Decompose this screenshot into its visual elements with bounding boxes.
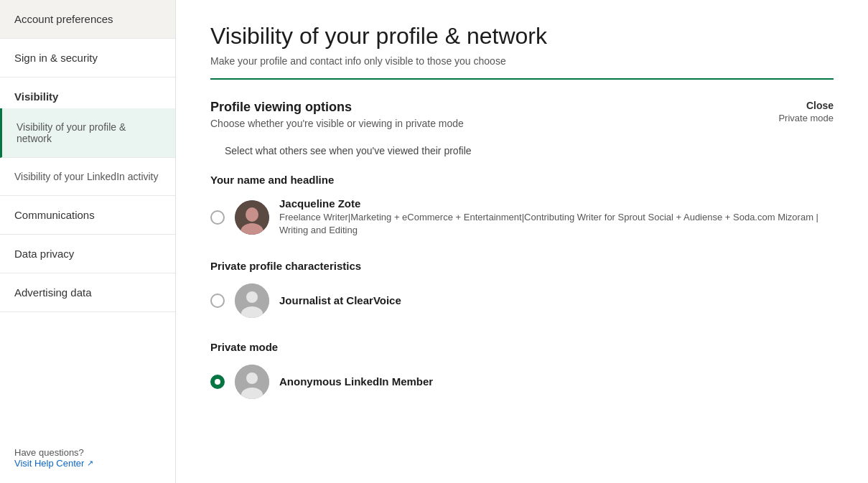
option-group-private-mode: Private mode Anonymous LinkedIn Member [210,341,834,399]
sidebar-item-visibility-linkedin-activity[interactable]: Visibility of your LinkedIn activity [0,158,175,196]
option-group-title-name-headline: Your name and headline [210,174,834,186]
close-area: Close Private mode [778,100,834,124]
close-label[interactable]: Close [778,100,834,111]
avatar-generic-journalist [235,283,269,318]
help-question-text: Have questions? [14,447,84,458]
radio-private-characteristics[interactable] [210,294,225,308]
section-header-row: Profile viewing options Choose whether y… [210,100,834,133]
radio-private-mode[interactable] [210,375,225,389]
sidebar-item-communications[interactable]: Communications [0,196,175,235]
svg-point-4 [246,291,258,303]
visit-help-center-link[interactable]: Visit Help Center ↗ [14,458,161,469]
sidebar-item-visibility-profile-network[interactable]: Visibility of your profile & network [0,108,175,158]
main-content: Visibility of your profile & network Mak… [176,0,868,483]
option-name-anonymous: Anonymous LinkedIn Member [279,375,834,388]
sidebar-item-data-privacy[interactable]: Data privacy [0,235,175,273]
section-title-area: Profile viewing options Choose whether y… [210,100,464,133]
sidebar-item-sign-in-security[interactable]: Sign in & security [0,39,175,78]
avatar-anonymous [235,365,269,399]
sidebar-item-account-preferences[interactable]: Account preferences [0,0,175,39]
option-group-title-private-mode: Private mode [210,341,834,353]
option-row-private-mode: Anonymous LinkedIn Member [210,365,834,399]
sidebar: Account preferences Sign in & security V… [0,0,176,483]
page-subtitle: Make your profile and contact info only … [210,55,834,67]
sidebar-item-advertising-data[interactable]: Advertising data [0,273,175,312]
select-instruction: Select what others see when you've viewe… [225,145,834,156]
page-title: Visibility of your profile & network [210,23,834,50]
generic-avatar-svg-2 [235,365,269,399]
option-desc-jacqueline: Freelance Writer|Marketing + eCommerce +… [279,211,834,237]
option-info-journalist: Journalist at ClearVoice [279,294,834,308]
avatar-photo-jacqueline [235,200,269,235]
option-group-name-headline: Your name and headline Jacqueline Zote F… [210,174,834,237]
option-row-private-characteristics: Journalist at ClearVoice [210,283,834,318]
profile-viewing-title: Profile viewing options [210,100,464,115]
sidebar-footer: Have questions? Visit Help Center ↗ [0,433,175,483]
option-row-name-headline: Jacqueline Zote Freelance Writer|Marketi… [210,197,834,237]
option-group-private-characteristics: Private profile characteristics Journali… [210,260,834,318]
avatar-jacqueline [235,200,269,235]
option-name-jacqueline: Jacqueline Zote [279,197,834,210]
profile-photo-svg [235,200,269,235]
option-name-journalist: Journalist at ClearVoice [279,294,834,306]
option-group-title-private-characteristics: Private profile characteristics [210,260,834,272]
sidebar-item-visibility[interactable]: Visibility [0,78,175,108]
avatar-generic-anonymous [235,365,269,399]
generic-avatar-svg-1 [235,283,269,318]
avatar-journalist [235,283,269,318]
current-mode-label: Private mode [778,113,834,123]
option-info-anonymous: Anonymous LinkedIn Member [279,375,834,389]
svg-point-1 [246,207,258,222]
option-info-name-headline: Jacqueline Zote Freelance Writer|Marketi… [279,197,834,237]
section-divider [210,78,834,80]
profile-viewing-description: Choose whether you're visible or viewing… [210,118,464,129]
radio-name-headline[interactable] [210,210,225,225]
external-link-icon: ↗ [87,459,93,468]
svg-point-7 [246,372,258,384]
